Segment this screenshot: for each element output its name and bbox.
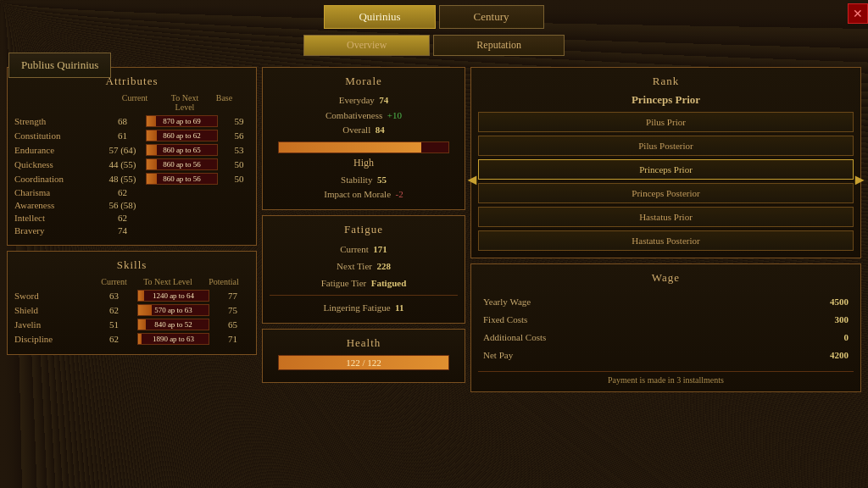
fatigue-next-label: Next Tier (337, 261, 372, 271)
wage-row: Yearly Wage 4500 (483, 293, 849, 311)
attr-row: Charisma 62 (14, 187, 249, 197)
skill-row: Sword 63 1240 ap to 64 77 (14, 290, 249, 302)
combativeness-label: Combativeness (326, 110, 382, 120)
health-current: 122 (346, 358, 360, 368)
wage-row: Net Pay 4200 (483, 347, 849, 364)
left-column: Attributes Current To Next Level Base St… (7, 67, 257, 392)
skill-row: Discipline 62 1890 ap to 63 71 (14, 333, 249, 345)
fatigue-title: Fatigue (270, 223, 458, 236)
fatigue-tier-label: Fatigue Tier (321, 278, 366, 288)
attr-row: Endurance 57 (64) 860 ap to 65 53 (14, 144, 249, 156)
top-nav: Quirinius Century ✕ (0, 0, 868, 32)
rank-item[interactable]: Princeps Prior (478, 159, 854, 180)
overall-label: Overall (342, 125, 370, 135)
attr-row: Constitution 61 860 ap to 62 56 (14, 130, 249, 141)
attr-row: Awareness 56 (58) (14, 200, 249, 210)
fatigue-current-val: 171 (373, 244, 387, 254)
attr-headers: Current To Next Level Base (14, 93, 249, 112)
combativeness-val: +10 (387, 110, 402, 120)
skill-row: Shield 62 570 ap to 63 75 (14, 304, 249, 316)
morale-panel: Morale Everyday 74 Combativeness +10 Ove… (262, 67, 465, 210)
attr-header-current: Current (101, 93, 169, 112)
skills-title: Skills (14, 258, 249, 272)
wage-note: Payment is made in 3 installments (478, 371, 854, 385)
subtab-reputation[interactable]: Reputation (433, 35, 565, 56)
everyday-val: 74 (379, 95, 388, 105)
attributes-panel: Attributes Current To Next Level Base St… (7, 67, 257, 246)
fatigue-next-val: 228 (376, 261, 391, 271)
subtab-overview[interactable]: Overview (303, 35, 430, 56)
morale-stats: Everyday 74 Combativeness +10 Overall 84 (270, 93, 458, 138)
rank-item[interactable]: Princeps Posterior (478, 183, 854, 203)
skills-header-next: To Next Level (137, 277, 198, 286)
attr-row: Strength 68 870 ap to 69 59 (14, 115, 249, 127)
tab-quirinius[interactable]: Quirinius (324, 5, 435, 29)
morale-bar-fill (279, 142, 421, 152)
attr-row: Quickness 44 (55) 860 ap to 56 50 (14, 158, 249, 170)
attr-row: Bravery 74 (14, 225, 249, 236)
overall-val: 84 (376, 125, 385, 135)
impact-label: Impact on Morale (324, 189, 391, 199)
fatigue-panel: Fatigue Current 171 Next Tier 228 Fatigu… (262, 215, 465, 324)
health-text: 122 / 122 (279, 356, 448, 369)
tab-century[interactable]: Century (439, 5, 544, 29)
attr-rows: Strength 68 870 ap to 69 59 Constitution… (14, 115, 249, 236)
stability-val: 55 (377, 175, 387, 185)
fatigue-divider (270, 295, 458, 296)
right-column: Rank Princeps Prior ◄ Pilus PriorPilus P… (470, 67, 861, 392)
wage-title: Wage (478, 271, 854, 285)
skills-header-potential: Potential (198, 277, 249, 286)
rank-items: Pilus PriorPilus PosteriorPrinceps Prior… (478, 112, 854, 251)
rank-current: Princeps Prior (478, 93, 854, 107)
skills-panel: Skills Current To Next Level Potential S… (7, 251, 257, 355)
wage-panel: Wage Yearly Wage 4500 Fixed Costs 300 Ad… (470, 263, 861, 392)
attr-header-next: To Next Level (169, 93, 201, 112)
lingering-val: 11 (395, 302, 403, 313)
health-title: Health (270, 336, 458, 350)
rank-item[interactable]: Hastatus Posterior (478, 230, 854, 251)
attr-header-base: Base (201, 93, 248, 112)
skills-header-current: Current (91, 277, 137, 286)
rank-list: ◄ Pilus PriorPilus PosteriorPrinceps Pri… (478, 112, 854, 251)
rank-arrow-right[interactable]: ► (852, 171, 867, 189)
wage-row: Fixed Costs 300 (483, 311, 849, 329)
health-bar: 122 / 122 (278, 355, 449, 370)
impact-val: -2 (396, 189, 403, 199)
fatigue-stats: Current 171 Next Tier 228 Fatigue Tier F… (270, 241, 458, 291)
everyday-label: Everyday (339, 95, 375, 105)
morale-level: High (270, 157, 458, 169)
wage-row: Additional Costs 0 (483, 329, 849, 347)
main-content: Attributes Current To Next Level Base St… (0, 62, 868, 397)
morale-bar (278, 141, 449, 153)
attr-row: Coordination 48 (55) 860 ap to 56 50 (14, 173, 249, 185)
fatigue-tier-val: Fatigued (371, 278, 407, 288)
rank-item[interactable]: Pilus Prior (478, 112, 854, 132)
stability-label: Stability (341, 175, 372, 185)
morale-stability: Stability 55 Impact on Morale -2 (270, 173, 458, 202)
rank-title: Rank (478, 75, 854, 88)
wage-stats: Yearly Wage 4500 Fixed Costs 300 Additio… (478, 290, 854, 368)
player-name: Publius Quirinius (8, 53, 111, 78)
fatigue-current-label: Current (340, 244, 369, 254)
rank-item[interactable]: Pilus Posterior (478, 136, 854, 156)
skill-row: Javelin 51 840 ap to 52 65 (14, 319, 249, 330)
lingering-label: Lingering Fatigue (323, 302, 390, 313)
sub-nav: Overview Reputation (0, 32, 868, 58)
lingering-fatigue: Lingering Fatigue 11 (270, 299, 458, 316)
skills-headers: Current To Next Level Potential (14, 277, 249, 286)
rank-panel: Rank Princeps Prior ◄ Pilus PriorPilus P… (470, 67, 861, 258)
close-button[interactable]: ✕ (848, 3, 868, 24)
attr-row: Intellect 62 (14, 213, 249, 223)
skill-rows: Sword 63 1240 ap to 64 77 Shield 62 570 … (14, 290, 249, 345)
middle-column: Morale Everyday 74 Combativeness +10 Ove… (262, 67, 465, 392)
rank-item[interactable]: Hastatus Prior (478, 207, 854, 227)
rank-arrow-left[interactable]: ◄ (465, 171, 480, 189)
morale-title: Morale (270, 75, 458, 88)
health-panel: Health 122 / 122 (262, 329, 465, 383)
health-max: 122 (367, 358, 381, 368)
